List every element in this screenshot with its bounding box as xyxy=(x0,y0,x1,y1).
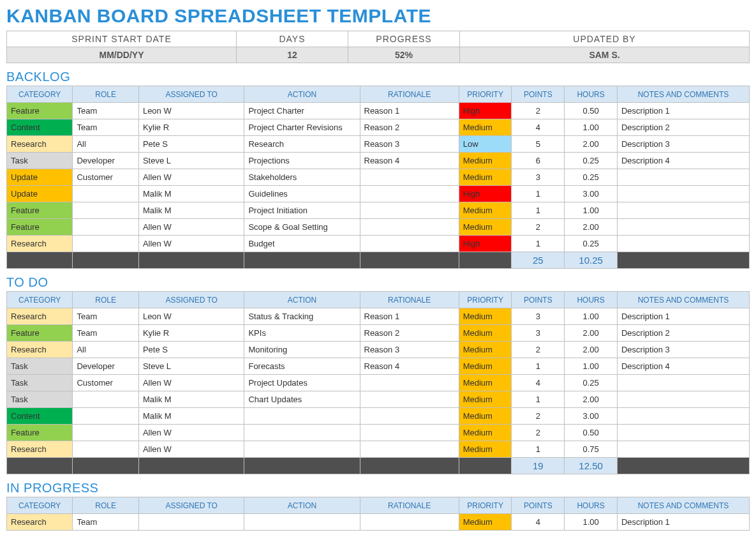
cell-notes[interactable] xyxy=(617,219,749,236)
cell-points[interactable]: 1 xyxy=(512,441,565,458)
cell-category[interactable]: Content xyxy=(7,119,73,136)
cell-priority[interactable]: Low xyxy=(459,136,512,153)
cell-rationale[interactable] xyxy=(360,408,459,425)
cell-category[interactable]: Research xyxy=(7,441,73,458)
cell-points[interactable]: 1 xyxy=(512,202,565,219)
cell-role[interactable]: All xyxy=(73,136,138,153)
cell-role[interactable] xyxy=(73,391,138,408)
cell-rationale[interactable] xyxy=(360,202,459,219)
cell-role[interactable]: Team xyxy=(73,325,138,342)
cell-hours[interactable]: 2.00 xyxy=(565,342,618,358)
cell-assigned[interactable] xyxy=(138,514,244,531)
cell-role[interactable] xyxy=(73,219,138,236)
cell-category[interactable]: Research xyxy=(7,236,73,252)
column-header[interactable]: ASSIGNED TO xyxy=(138,86,244,103)
cell-notes[interactable] xyxy=(617,236,749,252)
cell-notes[interactable]: Description 2 xyxy=(617,325,749,342)
cell-action[interactable]: Forecasts xyxy=(244,358,360,375)
cell-points[interactable]: 1 xyxy=(512,236,565,252)
cell-rationale[interactable] xyxy=(360,441,459,458)
cell-notes[interactable]: Description 1 xyxy=(617,514,749,531)
column-header[interactable]: CATEGORY xyxy=(7,497,73,514)
cell-action[interactable]: KPIs xyxy=(244,325,360,342)
cell-priority[interactable]: Medium xyxy=(459,169,512,186)
column-header[interactable]: PRIORITY xyxy=(459,292,512,308)
cell-category[interactable]: Research xyxy=(7,136,73,153)
cell-assigned[interactable]: Kylie R xyxy=(138,325,244,342)
column-header[interactable]: POINTS xyxy=(512,86,565,103)
cell-notes[interactable] xyxy=(617,186,749,202)
cell-notes[interactable]: Description 3 xyxy=(617,136,749,153)
cell-priority[interactable]: Medium xyxy=(459,119,512,136)
cell-priority[interactable]: Medium xyxy=(459,375,512,391)
cell-assigned[interactable]: Pete S xyxy=(138,342,244,358)
cell-category[interactable]: Feature xyxy=(7,202,73,219)
cell-assigned[interactable]: Allen W xyxy=(138,441,244,458)
cell-assigned[interactable]: Allen W xyxy=(138,375,244,391)
column-header[interactable]: HOURS xyxy=(565,292,618,308)
cell-rationale[interactable]: Reason 2 xyxy=(360,119,459,136)
cell-points[interactable]: 3 xyxy=(512,169,565,186)
cell-category[interactable]: Task xyxy=(7,358,73,375)
cell-action[interactable]: Stakeholders xyxy=(244,169,360,186)
column-header[interactable]: ACTION xyxy=(244,292,360,308)
column-header[interactable]: ROLE xyxy=(73,86,138,103)
cell-hours[interactable]: 2.00 xyxy=(565,391,618,408)
cell-rationale[interactable]: Reason 4 xyxy=(360,358,459,375)
cell-category[interactable]: Feature xyxy=(7,425,73,441)
cell-hours[interactable]: 3.00 xyxy=(565,408,618,425)
cell-assigned[interactable]: Malik M xyxy=(138,186,244,202)
cell-assigned[interactable]: Leon W xyxy=(138,103,244,119)
cell-notes[interactable]: Description 4 xyxy=(617,358,749,375)
updated-by-cell[interactable]: SAM S. xyxy=(460,47,750,63)
cell-action[interactable]: Project Initiation xyxy=(244,202,360,219)
cell-notes[interactable] xyxy=(617,202,749,219)
cell-category[interactable]: Research xyxy=(7,342,73,358)
cell-notes[interactable]: Description 3 xyxy=(617,342,749,358)
cell-priority[interactable]: Medium xyxy=(459,325,512,342)
cell-assigned[interactable]: Malik M xyxy=(138,391,244,408)
column-header[interactable]: HOURS xyxy=(565,497,618,514)
cell-points[interactable]: 6 xyxy=(512,153,565,169)
cell-assigned[interactable]: Allen W xyxy=(138,236,244,252)
cell-notes[interactable] xyxy=(617,425,749,441)
cell-rationale[interactable] xyxy=(360,375,459,391)
cell-priority[interactable]: Medium xyxy=(459,358,512,375)
cell-hours[interactable]: 2.00 xyxy=(565,136,618,153)
cell-role[interactable]: Developer xyxy=(73,153,138,169)
cell-points[interactable]: 1 xyxy=(512,391,565,408)
column-header[interactable]: CATEGORY xyxy=(7,292,73,308)
cell-priority[interactable]: Medium xyxy=(459,514,512,531)
cell-category[interactable]: Task xyxy=(7,153,73,169)
cell-notes[interactable]: Description 2 xyxy=(617,119,749,136)
cell-action[interactable] xyxy=(244,408,360,425)
cell-assigned[interactable]: Leon W xyxy=(138,308,244,325)
cell-category[interactable]: Content xyxy=(7,408,73,425)
cell-notes[interactable] xyxy=(617,391,749,408)
column-header[interactable]: CATEGORY xyxy=(7,86,73,103)
cell-points[interactable]: 2 xyxy=(512,342,565,358)
cell-role[interactable]: Team xyxy=(73,119,138,136)
cell-rationale[interactable]: Reason 1 xyxy=(360,308,459,325)
cell-points[interactable]: 2 xyxy=(512,103,565,119)
cell-priority[interactable]: Medium xyxy=(459,153,512,169)
cell-rationale[interactable]: Reason 4 xyxy=(360,153,459,169)
cell-points[interactable]: 2 xyxy=(512,425,565,441)
cell-assigned[interactable]: Malik M xyxy=(138,408,244,425)
cell-points[interactable]: 3 xyxy=(512,325,565,342)
cell-points[interactable]: 5 xyxy=(512,136,565,153)
cell-action[interactable] xyxy=(244,514,360,531)
cell-priority[interactable]: Medium xyxy=(459,308,512,325)
cell-priority[interactable]: Medium xyxy=(459,202,512,219)
cell-category[interactable]: Research xyxy=(7,308,73,325)
cell-rationale[interactable] xyxy=(360,514,459,531)
cell-assigned[interactable]: Allen W xyxy=(138,169,244,186)
cell-category[interactable]: Update xyxy=(7,169,73,186)
cell-hours[interactable]: 2.00 xyxy=(565,325,618,342)
cell-action[interactable]: Project Updates xyxy=(244,375,360,391)
cell-action[interactable]: Project Charter Revisions xyxy=(244,119,360,136)
cell-action[interactable]: Guidelines xyxy=(244,186,360,202)
cell-role[interactable]: Customer xyxy=(73,169,138,186)
cell-priority[interactable]: High xyxy=(459,186,512,202)
cell-category[interactable]: Feature xyxy=(7,219,73,236)
